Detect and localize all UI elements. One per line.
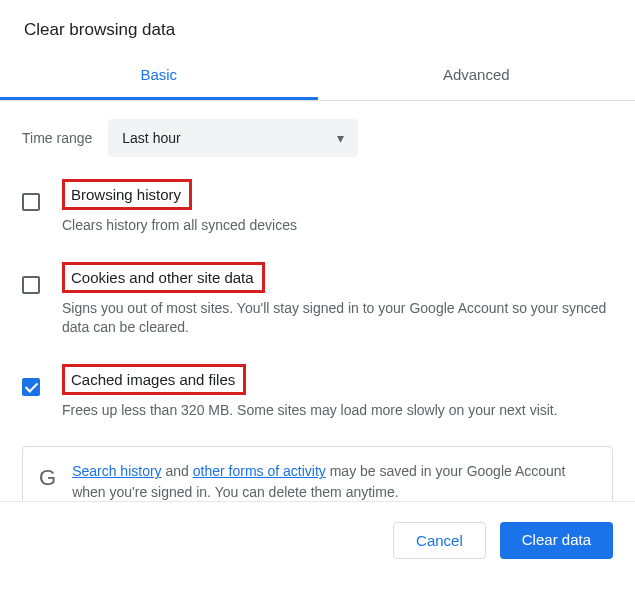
tabs: Basic Advanced xyxy=(0,52,635,101)
timerange-row: Time range Last hour ▾ xyxy=(22,119,613,157)
info-text: and xyxy=(162,463,193,479)
option-cookies: Cookies and other site data Signs you ou… xyxy=(22,262,613,338)
option-desc: Clears history from all synced devices xyxy=(62,216,613,236)
tab-advanced[interactable]: Advanced xyxy=(318,52,636,100)
checkbox-browsing-history[interactable] xyxy=(22,193,40,211)
timerange-value: Last hour xyxy=(122,130,180,146)
option-title: Cookies and other site data xyxy=(62,262,265,293)
other-activity-link[interactable]: other forms of activity xyxy=(193,463,326,479)
timerange-select[interactable]: Last hour ▾ xyxy=(108,119,358,157)
option-desc: Signs you out of most sites. You'll stay… xyxy=(62,299,613,338)
tab-basic[interactable]: Basic xyxy=(0,52,318,100)
option-title: Cached images and files xyxy=(62,364,246,395)
google-icon: G xyxy=(39,461,56,501)
dialog-title: Clear browsing data xyxy=(0,0,635,52)
timerange-label: Time range xyxy=(22,130,92,146)
option-browsing-history: Browsing history Clears history from all… xyxy=(22,179,613,236)
option-title: Browsing history xyxy=(62,179,192,210)
scroll-region[interactable]: Time range Last hour ▾ Browsing history … xyxy=(0,101,635,501)
checkbox-cookies[interactable] xyxy=(22,276,40,294)
checkbox-cache[interactable] xyxy=(22,378,40,396)
option-cache: Cached images and files Frees up less th… xyxy=(22,364,613,421)
clear-data-button[interactable]: Clear data xyxy=(500,522,613,559)
option-desc: Frees up less than 320 MB. Some sites ma… xyxy=(62,401,613,421)
chevron-down-icon: ▾ xyxy=(337,130,344,146)
cancel-button[interactable]: Cancel xyxy=(393,522,486,559)
dialog-footer: Cancel Clear data xyxy=(0,501,635,579)
search-history-link[interactable]: Search history xyxy=(72,463,161,479)
google-account-info: G Search history and other forms of acti… xyxy=(22,446,613,501)
